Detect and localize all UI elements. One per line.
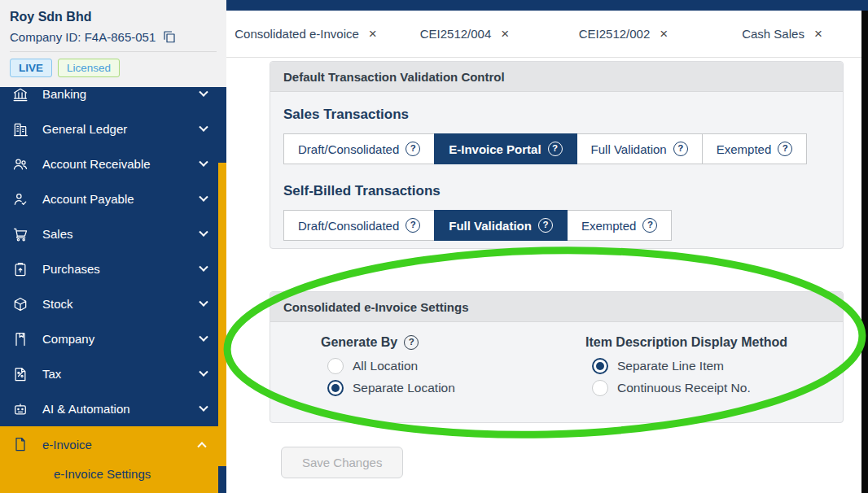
sidebar-item-sales[interactable]: Sales — [0, 216, 220, 251]
chevron-down-icon — [199, 297, 208, 306]
chevron-down-icon — [199, 227, 208, 236]
option-draft-consolidated[interactable]: Draft/Consolidated ? — [283, 210, 435, 241]
card-title: Consolidated e-Invoice Settings — [270, 292, 843, 322]
tab-cei2512-004[interactable]: CEI2512/004 × — [385, 11, 544, 57]
sidebar-scrollbar[interactable] — [218, 87, 226, 493]
top-navy-bar — [226, 0, 868, 11]
item-description-heading: Item Description Display Method — [585, 335, 787, 350]
chevron-down-icon — [199, 367, 208, 376]
sidebar-item-e-invoice[interactable]: e-Invoice — [0, 426, 218, 462]
sidebar-item-e-invoice-settings[interactable]: e-Invoice Settings — [0, 462, 218, 486]
self-billed-validation-options: Draft/Consolidated ? Full Validation ? E… — [283, 210, 830, 241]
sales-validation-options: Draft/Consolidated ? E-Invoice Portal ? … — [283, 133, 830, 164]
close-icon[interactable]: × — [660, 27, 668, 41]
help-icon[interactable]: ? — [406, 218, 420, 233]
sidebar-item-general-ledger[interactable]: General Ledger — [0, 111, 220, 146]
sidebar-item-purchases[interactable]: Purchases — [0, 251, 220, 286]
help-icon[interactable]: ? — [673, 142, 688, 156]
divider — [10, 51, 217, 52]
help-icon[interactable]: ? — [642, 218, 657, 233]
sales-icon — [11, 225, 29, 243]
option-draft-consolidated[interactable]: Draft/Consolidated ? — [283, 133, 435, 164]
option-e-invoice-portal[interactable]: E-Invoice Portal ? — [434, 133, 576, 164]
generate-by-heading: Generate By — [321, 335, 397, 350]
option-exempted[interactable]: Exempted ? — [702, 133, 808, 164]
sidebar-item-ai-automation[interactable]: AI & Automation — [0, 391, 220, 426]
validation-control-card: Default Transaction Validation Control S… — [270, 61, 844, 249]
company-panel: Roy Sdn Bhd Company ID: F4A-865-051 LIVE… — [0, 0, 226, 87]
help-icon[interactable]: ? — [548, 142, 563, 156]
radio-all-location[interactable]: All Location — [327, 358, 565, 374]
help-icon[interactable]: ? — [778, 142, 792, 156]
radio-circle-checked[interactable] — [592, 358, 608, 374]
chevron-up-icon — [197, 442, 206, 451]
help-icon[interactable]: ? — [538, 218, 553, 233]
close-icon[interactable]: × — [369, 27, 377, 41]
app-window: Roy Sdn Bhd Company ID: F4A-865-051 LIVE… — [0, 0, 868, 493]
chevron-down-icon — [199, 122, 208, 131]
option-full-validation[interactable]: Full Validation ? — [576, 133, 703, 164]
sidebar-item-company[interactable]: Company — [0, 321, 220, 356]
licensed-badge: Licensed — [58, 59, 120, 77]
company-name: Roy Sdn Bhd — [10, 10, 217, 24]
chevron-down-icon — [199, 87, 208, 96]
ai-automation-icon — [11, 400, 29, 418]
sidebar-item-tax[interactable]: Tax — [0, 356, 220, 391]
help-icon[interactable]: ? — [406, 142, 420, 156]
company-id: Company ID: F4A-865-051 — [10, 30, 156, 44]
sidebar-scrollbar-thumb[interactable] — [218, 163, 226, 466]
radio-separate-line-item[interactable]: Separate Line Item — [592, 358, 787, 374]
chevron-down-icon — [199, 332, 208, 341]
company-icon — [11, 330, 29, 348]
chevron-down-icon — [199, 262, 208, 271]
radio-continuous-receipt-no[interactable]: Continuous Receipt No. — [592, 380, 787, 396]
option-exempted[interactable]: Exempted ? — [567, 210, 673, 241]
chevron-down-icon — [199, 402, 208, 411]
general-ledger-icon — [11, 120, 29, 138]
window-edge-strip — [861, 11, 868, 493]
close-icon[interactable]: × — [814, 27, 822, 41]
sidebar-group-e-invoice: e-Invoice e-Invoice Settings — [0, 426, 218, 493]
help-icon[interactable]: ? — [404, 335, 419, 350]
sidebar: Roy Sdn Bhd Company ID: F4A-865-051 LIVE… — [0, 0, 226, 493]
tab-cei2512-002[interactable]: CEI2512/002 × — [544, 11, 703, 57]
chevron-down-icon — [199, 157, 208, 166]
self-billed-heading: Self-Billed Transactions — [283, 183, 830, 199]
sidebar-item-account-receivable[interactable]: Account Receivable — [0, 146, 220, 181]
tab-cash-sales[interactable]: Cash Sales × — [703, 11, 861, 57]
account-payable-icon — [11, 190, 29, 208]
account-receivable-icon — [11, 155, 29, 173]
option-full-validation[interactable]: Full Validation ? — [434, 210, 568, 241]
sidebar-item-stock[interactable]: Stock — [0, 286, 220, 321]
radio-circle[interactable] — [327, 358, 344, 374]
save-changes-button[interactable]: Save Changes — [281, 447, 403, 478]
tax-icon — [11, 365, 29, 383]
banking-icon — [11, 87, 29, 103]
tab-consolidated-e-invoice[interactable]: Consolidated e-Invoice × — [226, 11, 385, 57]
stock-icon — [11, 295, 29, 313]
sidebar-item-account-payable[interactable]: Account Payable — [0, 181, 220, 216]
sidebar-item-banking[interactable]: Banking — [0, 87, 220, 111]
radio-circle[interactable] — [592, 380, 608, 396]
consolidated-settings-card: Consolidated e-Invoice Settings Generate… — [270, 291, 844, 423]
e-invoice-icon — [11, 435, 29, 453]
live-badge: LIVE — [10, 59, 52, 77]
copy-icon[interactable] — [162, 29, 177, 44]
radio-circle-checked[interactable] — [327, 380, 344, 396]
document-tab-bar: Consolidated e-Invoice × CEI2512/004 × C… — [226, 11, 861, 58]
sales-transactions-heading: Sales Transactions — [283, 107, 830, 123]
sidebar-menu: Banking General Ledger Account Receivabl… — [0, 87, 220, 426]
purchases-icon — [11, 260, 29, 278]
radio-separate-location[interactable]: Separate Location — [327, 380, 565, 396]
chevron-down-icon — [199, 192, 208, 201]
card-title: Default Transaction Validation Control — [270, 62, 843, 92]
close-icon[interactable]: × — [501, 27, 509, 41]
